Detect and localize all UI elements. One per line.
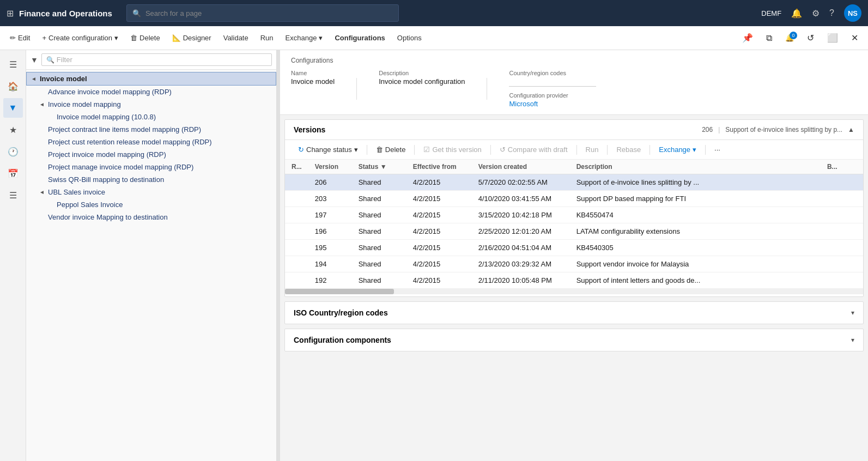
table-row[interactable]: 197 Shared 4/2/2015 3/15/2020 10:42:18 P… xyxy=(285,207,863,223)
cell-created: 2/11/2020 10:05:48 PM xyxy=(472,272,570,289)
cell-description: Support vendor invoice for Malaysia xyxy=(570,256,821,272)
col-header-effective[interactable]: Effective from xyxy=(406,160,472,174)
sidebar-star-icon[interactable]: ★ xyxy=(3,120,23,139)
options-button[interactable]: Options xyxy=(392,31,427,45)
tree-item[interactable]: Project cust retention release model map… xyxy=(26,136,276,148)
cell-b xyxy=(821,240,863,256)
grid-icon[interactable]: ⊞ xyxy=(7,8,14,19)
scroll-track[interactable] xyxy=(285,289,863,294)
validate-button[interactable]: Validate xyxy=(218,31,254,45)
sidebar-home-icon[interactable]: 🏠 xyxy=(3,76,23,96)
avatar[interactable]: NS xyxy=(844,4,861,22)
tree-search-box[interactable]: 🔍 xyxy=(41,53,272,66)
col-header-description[interactable]: Description xyxy=(570,160,821,174)
refresh-icon[interactable]: ↺ xyxy=(802,30,820,46)
exchange-button[interactable]: Exchange ▾ xyxy=(280,31,329,45)
components-header[interactable]: Configuration components ▾ xyxy=(285,329,863,351)
tree-item[interactable]: Project contract line items model mappin… xyxy=(26,123,276,136)
country-label: Country/region codes xyxy=(509,70,596,76)
cell-r xyxy=(285,240,308,256)
fullscreen-icon[interactable]: ⧉ xyxy=(761,31,778,46)
close-icon[interactable]: ✕ xyxy=(846,30,864,46)
tree-item[interactable]: Invoice model mapping (10.0.8) xyxy=(26,111,276,123)
rebase-button[interactable]: Rebase xyxy=(612,143,645,156)
app-title: Finance and Operations xyxy=(19,9,112,18)
versions-exchange-button[interactable]: Exchange ▾ xyxy=(654,143,701,156)
run-button[interactable]: Run xyxy=(255,31,279,45)
configurations-button[interactable]: Configurations xyxy=(329,31,390,45)
tree-label: Project invoice model mapping (RDP) xyxy=(48,150,166,159)
iso-section: ISO Country/region codes ▾ xyxy=(284,301,864,324)
compare-draft-button[interactable]: ↺ Compare with draft xyxy=(495,143,572,156)
table-row[interactable]: 195 Shared 4/2/2015 2/16/2020 04:51:04 A… xyxy=(285,240,863,256)
tree-item[interactable]: Advance invoice model mapping (RDP) xyxy=(26,86,276,98)
sidebar-calendar-icon[interactable]: 📅 xyxy=(3,163,23,183)
tree-item[interactable]: Swiss QR-Bill mapping to destination xyxy=(26,173,276,186)
change-status-icon: ↻ xyxy=(298,145,304,154)
more-button[interactable]: ··· xyxy=(710,143,725,156)
delete-button[interactable]: 🗑 Delete xyxy=(125,31,166,45)
edit-icon: ✏ xyxy=(10,34,16,42)
pin-icon[interactable]: 📌 xyxy=(737,30,758,46)
tree-label: Invoice model mapping xyxy=(48,100,121,108)
sidebar-menu-icon[interactable]: ☰ xyxy=(3,54,23,74)
cell-b xyxy=(821,272,863,289)
sidebar-list-icon[interactable]: ☰ xyxy=(3,185,23,205)
col-header-status[interactable]: Status ▼ xyxy=(352,160,406,174)
versions-desc: Support of e-invoice lines splitting by … xyxy=(725,126,842,134)
scroll-thumb[interactable] xyxy=(285,289,394,294)
tree-label: Project contract line items model mappin… xyxy=(48,125,201,134)
table-row[interactable]: 192 Shared 4/2/2015 2/11/2020 10:05:48 P… xyxy=(285,272,863,289)
iso-chevron: ▾ xyxy=(851,309,854,317)
cell-created: 3/15/2020 10:42:18 PM xyxy=(472,207,570,223)
main-layout: ☰ 🏠 ▼ ★ 🕐 📅 ☰ ▼ 🔍 ◄ Invoice model Advanc… xyxy=(0,50,868,461)
cell-r xyxy=(285,272,308,289)
tree-item[interactable]: ◄ UBL Sales invoice xyxy=(26,186,276,198)
designer-icon: 📐 xyxy=(172,34,181,42)
table-row[interactable]: 206 Shared 4/2/2015 5/7/2020 02:02:55 AM… xyxy=(285,174,863,191)
settings-icon[interactable]: ⚙ xyxy=(812,8,820,19)
designer-button[interactable]: 📐 Designer xyxy=(167,31,217,45)
versions-delete-button[interactable]: 🗑 Delete xyxy=(372,143,410,156)
tree-item[interactable]: ◄ Invoice model mapping xyxy=(26,98,276,111)
cell-effective: 4/2/2015 xyxy=(406,191,472,207)
edit-button[interactable]: ✏ Edit xyxy=(4,31,35,45)
cmd-bar: ✏ Edit + Create configuration ▾ 🗑 Delete… xyxy=(0,26,868,50)
tree-item[interactable]: Project manage invoice model mapping (RD… xyxy=(26,161,276,173)
tree-item[interactable]: Vendor invoice Mapping to destination xyxy=(26,211,276,223)
sidebar-icons: ☰ 🏠 ▼ ★ 🕐 📅 ☰ xyxy=(0,50,26,461)
tree-label: Vendor invoice Mapping to destination xyxy=(48,213,168,221)
col-header-r: R... xyxy=(285,160,308,174)
get-version-button[interactable]: ☑ Get this version xyxy=(419,143,485,156)
cell-created: 5/7/2020 02:02:55 AM xyxy=(472,174,570,191)
notification-icon[interactable]: 🔔 xyxy=(791,8,802,19)
versions-toolbar: ↻ Change status ▾ 🗑 Delete ☑ Get this ve… xyxy=(285,140,863,160)
tree-item[interactable]: Project invoice model mapping (RDP) xyxy=(26,148,276,161)
create-dropdown-icon: ▾ xyxy=(114,34,118,42)
versions-chevron[interactable]: ▲ xyxy=(848,126,854,134)
col-header-version[interactable]: Version xyxy=(308,160,352,174)
tree-item[interactable]: ◄ Invoice model xyxy=(26,72,276,86)
help-icon[interactable]: ? xyxy=(829,8,834,18)
iso-header[interactable]: ISO Country/region codes ▾ xyxy=(285,302,863,324)
expand-icon[interactable]: ⬜ xyxy=(822,30,843,46)
table-row[interactable]: 194 Shared 4/2/2015 2/13/2020 03:29:32 A… xyxy=(285,256,863,272)
badge-icon[interactable]: 🔔 0 xyxy=(780,31,799,45)
cell-effective: 4/2/2015 xyxy=(406,207,472,223)
tree-search-input[interactable] xyxy=(57,56,267,64)
search-bar[interactable]: 🔍 xyxy=(126,4,399,22)
change-status-button[interactable]: ↻ Change status ▾ xyxy=(294,143,362,156)
top-nav-right: DEMF 🔔 ⚙ ? NS xyxy=(761,4,861,22)
provider-value[interactable]: Microsoft xyxy=(509,100,596,108)
versions-run-button[interactable]: Run xyxy=(581,143,603,156)
search-input[interactable] xyxy=(145,9,393,17)
tree-item[interactable]: Peppol Sales Invoice xyxy=(26,198,276,211)
table-row[interactable]: 203 Shared 4/2/2015 4/10/2020 03:41:55 A… xyxy=(285,191,863,207)
sidebar-clock-icon[interactable]: 🕐 xyxy=(3,142,23,161)
sidebar-filter-icon[interactable]: ▼ xyxy=(3,98,23,118)
table-row[interactable]: 196 Shared 4/2/2015 2/25/2020 12:01:20 A… xyxy=(285,223,863,240)
cell-version: 192 xyxy=(308,272,352,289)
col-header-created[interactable]: Version created xyxy=(472,160,570,174)
tree-body: ◄ Invoice model Advance invoice model ma… xyxy=(26,70,276,461)
create-config-button[interactable]: + Create configuration ▾ xyxy=(37,31,124,45)
